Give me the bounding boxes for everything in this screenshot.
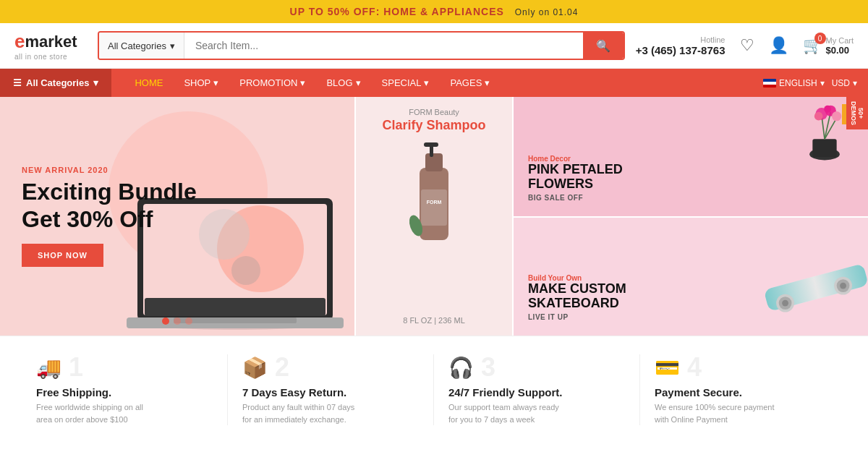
feature-num-4: 4 bbox=[687, 354, 702, 380]
shop-now-button[interactable]: SHOP NOW bbox=[22, 244, 103, 267]
svg-point-5 bbox=[231, 256, 260, 285]
nav-item-blog[interactable]: BLOG ▾ bbox=[318, 69, 369, 97]
svg-point-25 bbox=[824, 106, 831, 113]
shampoo-image: FORM bbox=[405, 139, 463, 255]
svg-rect-13 bbox=[421, 189, 447, 226]
cart-badge: 0 bbox=[814, 33, 826, 44]
svg-rect-12 bbox=[424, 142, 438, 147]
feature-desc-3: Our support team always readyfor you to … bbox=[448, 401, 559, 425]
search-button[interactable]: 🔍 bbox=[583, 33, 624, 59]
logo-name: emarket bbox=[14, 30, 87, 53]
feature-title-2: 7 Days Easy Return. bbox=[242, 386, 346, 398]
hero-mid: FORM Beauty Clarify Shampoo FORM 8 FL OZ… bbox=[354, 97, 514, 336]
hero-main: NEW ARRIVAL 2020 Exciting BundleGet 30% … bbox=[0, 97, 354, 336]
cart-label: My Cart bbox=[826, 36, 854, 45]
svg-point-33 bbox=[840, 283, 846, 289]
search-area: All Categories ▾ 🔍 bbox=[98, 31, 625, 60]
currency-selector[interactable]: USD ▾ bbox=[832, 78, 857, 88]
feature-title-4: Payment Secure. bbox=[655, 386, 742, 398]
cart-area[interactable]: 🛒 0 My Cart $0.00 bbox=[803, 36, 854, 56]
feature-desc-4: We ensure 100% secure paymentwith Online… bbox=[655, 401, 775, 425]
account-icon[interactable]: 👤 bbox=[769, 36, 788, 55]
nav-item-home[interactable]: HOME bbox=[126, 69, 171, 97]
hero-section: NEW ARRIVAL 2020 Exciting BundleGet 30% … bbox=[0, 97, 868, 336]
shampoo-brand: FORM Beauty bbox=[409, 108, 459, 116]
promo-date: Only on 01.04 bbox=[515, 7, 579, 17]
chevron-down-icon: ▾ bbox=[93, 77, 98, 88]
cart-icon-wrap: 🛒 0 bbox=[803, 36, 822, 55]
feature-return: 📦 2 7 Days Easy Return. Product any faul… bbox=[228, 354, 434, 425]
hero-title: Exciting BundleGet 30% Off bbox=[22, 178, 333, 234]
shampoo-size: 8 FL OZ | 236 ML bbox=[403, 312, 465, 325]
feature-num-1: 1 bbox=[69, 354, 83, 380]
dot-3[interactable] bbox=[185, 317, 192, 325]
header: emarket all in one store All Categories … bbox=[0, 23, 868, 69]
hotline-number: +3 (465) 137-8763 bbox=[636, 44, 726, 56]
hero-right-bottom: Build Your Own MAKE CUSTOMSKATEBOARD LIV… bbox=[514, 216, 868, 336]
payment-icon: 💳 bbox=[655, 356, 680, 380]
all-categories-button[interactable]: ☰ All Categories ▾ bbox=[0, 69, 111, 97]
wishlist-icon[interactable]: ♡ bbox=[740, 36, 754, 55]
header-right: Hotline +3 (465) 137-8763 ♡ 👤 🛒 0 My Car… bbox=[636, 35, 854, 56]
svg-rect-10 bbox=[425, 153, 443, 171]
nav-item-pages[interactable]: PAGES ▾ bbox=[441, 69, 498, 97]
features-bar: 🚚 1 Free Shipping. Free worldwide shippi… bbox=[0, 336, 868, 443]
feature-shipping: 🚚 1 Free Shipping. Free worldwide shippi… bbox=[22, 354, 228, 425]
hero-right-top: Home Decor PINK PETALEDFLOWERS BIG SALE … bbox=[514, 97, 868, 216]
svg-point-30 bbox=[782, 300, 788, 307]
flowers-title: PINK PETALEDFLOWERS bbox=[528, 163, 854, 192]
nav-links: HOME SHOP ▾ PROMOTION ▾ BLOG ▾ SPECIAL ▾… bbox=[111, 69, 763, 97]
promo-text: UP TO 50% OFF: HOME & APPLIANCES bbox=[290, 6, 504, 17]
svg-rect-8 bbox=[145, 298, 326, 316]
svg-text:FORM: FORM bbox=[427, 200, 442, 205]
slide-dots bbox=[162, 317, 192, 325]
top-banner: UP TO 50% OFF: HOME & APPLIANCES Only on… bbox=[0, 0, 868, 23]
skateboard-image bbox=[760, 256, 868, 328]
feature-desc-2: Product any fault within 07 daysfor an i… bbox=[242, 401, 354, 425]
nav-item-promotion[interactable]: PROMOTION ▾ bbox=[231, 69, 314, 97]
chevron-down-icon: ▾ bbox=[424, 77, 429, 88]
search-input[interactable] bbox=[184, 33, 583, 59]
feature-payment: 💳 4 Payment Secure. We ensure 100% secur… bbox=[640, 354, 846, 425]
chevron-down-icon: ▾ bbox=[170, 40, 175, 51]
flowers-sub: BIG SALE OFF bbox=[528, 194, 854, 202]
nav-item-shop[interactable]: SHOP ▾ bbox=[175, 69, 227, 97]
feature-desc-1: Free worldwide shipping on allarea on or… bbox=[36, 401, 143, 425]
hotline: Hotline +3 (465) 137-8763 bbox=[636, 35, 726, 56]
feature-title-3: 24/7 Friendly Support. bbox=[448, 386, 563, 398]
chevron-down-icon: ▾ bbox=[300, 77, 305, 88]
chevron-down-icon: ▾ bbox=[213, 77, 218, 88]
language-selector[interactable]: ENGLISH ▾ bbox=[763, 78, 825, 88]
navbar: ☰ All Categories ▾ HOME SHOP ▾ PROMOTION… bbox=[0, 69, 868, 97]
hamburger-icon: ☰ bbox=[13, 77, 22, 88]
chevron-down-icon: ▾ bbox=[853, 78, 857, 88]
demos-badge: 50+DEMOS bbox=[846, 97, 868, 129]
chevron-down-icon: ▾ bbox=[820, 78, 825, 88]
dot-1[interactable] bbox=[162, 317, 169, 325]
chevron-down-icon: ▾ bbox=[356, 77, 361, 88]
feature-title-1: Free Shipping. bbox=[36, 386, 111, 398]
chevron-down-icon: ▾ bbox=[485, 77, 490, 88]
svg-point-24 bbox=[832, 111, 841, 121]
shipping-icon: 🚚 bbox=[36, 356, 61, 380]
cart-price: $0.00 bbox=[826, 45, 854, 56]
feature-support: 🎧 3 24/7 Friendly Support. Our support t… bbox=[434, 354, 640, 425]
logo[interactable]: emarket all in one store bbox=[14, 30, 87, 61]
dot-2[interactable] bbox=[174, 317, 181, 325]
nav-item-special[interactable]: SPECIAL ▾ bbox=[373, 69, 438, 97]
feature-num-2: 2 bbox=[275, 354, 289, 380]
nav-right: ENGLISH ▾ USD ▾ bbox=[763, 78, 868, 88]
shampoo-title: Clarify Shampoo bbox=[382, 118, 485, 133]
hotline-label: Hotline bbox=[636, 35, 726, 44]
search-icon: 🔍 bbox=[596, 40, 610, 52]
flag-icon bbox=[763, 79, 776, 88]
feature-num-3: 3 bbox=[481, 354, 495, 380]
return-icon: 📦 bbox=[242, 356, 268, 380]
svg-point-22 bbox=[814, 112, 823, 121]
category-dropdown[interactable]: All Categories ▾ bbox=[99, 33, 184, 59]
svg-rect-17 bbox=[812, 139, 836, 157]
logo-subtitle: all in one store bbox=[14, 53, 87, 61]
support-icon: 🎧 bbox=[448, 356, 474, 380]
